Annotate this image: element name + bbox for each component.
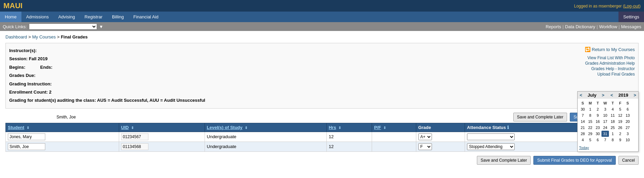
student-name-input[interactable] [8, 143, 45, 150]
table-area: Smith, Joe Save and Complete Later Submi… [5, 111, 639, 166]
grades-help-instructor-link[interactable]: Grades Help - Instructor [591, 66, 635, 71]
cal-day[interactable]: 1 [609, 131, 616, 137]
nav-financial-aid[interactable]: Financial Aid [129, 12, 163, 22]
cal-day[interactable]: 13 [624, 112, 631, 118]
quick-links-select[interactable] [29, 23, 97, 30]
col-pf-label[interactable]: P/F [374, 125, 381, 130]
cal-day[interactable]: 7 [579, 112, 586, 118]
cal-day[interactable]: 6 [624, 106, 631, 112]
cal-day[interactable]: 5 [586, 137, 594, 143]
cal-day[interactable]: 9 [616, 137, 624, 143]
cal-day[interactable]: 2 [616, 131, 624, 137]
cal-day[interactable]: 15 [586, 118, 594, 125]
cal-day[interactable]: 16 [594, 118, 601, 125]
cal-day[interactable]: 3 [601, 106, 609, 112]
cal-day[interactable]: 12 [616, 112, 624, 118]
col-hrs: Hrs ⇕ [326, 123, 372, 132]
col-uid-label[interactable]: UID [121, 125, 129, 130]
cal-day[interactable]: 26 [616, 125, 624, 131]
cal-day[interactable]: 10 [601, 112, 609, 118]
cal-next-month[interactable]: > [601, 93, 605, 98]
cal-day[interactable]: 19 [616, 118, 624, 125]
uid-input[interactable] [121, 143, 148, 150]
calendar-overlay: < July > < 2019 > S M T W T F S 30 1 2 3… [577, 91, 639, 152]
grade-select[interactable]: A+ AA- B+BB- C+CC- D+DD- F [418, 143, 432, 150]
cal-today-link[interactable]: Today [579, 146, 589, 150]
cal-day[interactable]: 11 [609, 112, 616, 118]
col-hrs-label[interactable]: Hrs [329, 125, 336, 130]
cal-day[interactable]: 29 [586, 131, 594, 137]
col-level-label[interactable]: Level(s) of Study [207, 125, 243, 130]
breadcrumb-my-courses[interactable]: My Courses [32, 34, 55, 39]
cal-day-today[interactable]: 31 [601, 131, 609, 137]
attendance-select[interactable]: Stopped Attending Never Attended [467, 133, 515, 140]
cancel-button[interactable]: Cancel [618, 156, 639, 165]
bottom-buttons: Save and Complete Later Submit Final Gra… [5, 155, 639, 166]
cal-day[interactable]: 9 [594, 112, 601, 118]
cal-day[interactable]: 22 [586, 125, 594, 131]
cal-day[interactable]: 25 [609, 125, 616, 131]
col-hrs-sort[interactable]: ⇕ [338, 126, 341, 130]
upload-final-grades-link[interactable]: Upload Final Grades [597, 72, 635, 77]
info-enrollment-count-row: Enrollment Count: 2 [9, 88, 205, 96]
cal-day[interactable]: 17 [601, 118, 609, 125]
cal-day[interactable]: 30 [579, 106, 586, 112]
calendar-grid: S M T W T F S 30 1 2 3 4 5 6 7 8 9 10 11… [578, 99, 638, 144]
nav-admissions[interactable]: Admissions [21, 12, 53, 22]
view-final-list-link[interactable]: View Final List With Photo [587, 55, 635, 60]
save-complete-later-top-button[interactable]: Save and Complete Later [513, 113, 567, 122]
attendance-select[interactable]: Stopped Attending Never Attended [467, 143, 515, 150]
nav-billing[interactable]: Billing [107, 12, 129, 22]
quick-links-dropdown-icon[interactable]: ▼ [99, 24, 103, 29]
cal-day[interactable]: 4 [579, 137, 586, 143]
nav-registrar[interactable]: Registrar [80, 12, 107, 22]
cal-day[interactable]: 5 [616, 106, 624, 112]
uid-input[interactable] [121, 133, 148, 140]
workflow-link[interactable]: Workflow [599, 24, 617, 29]
cal-prev-month[interactable]: < [579, 93, 583, 98]
cal-day[interactable]: 18 [609, 118, 616, 125]
col-level-sort[interactable]: ⇕ [245, 126, 247, 130]
cal-day[interactable]: 7 [601, 137, 609, 143]
grades-admin-help-link[interactable]: Grades Administration Help [585, 61, 635, 66]
col-student-sort[interactable]: ⇕ [27, 126, 29, 130]
breadcrumb-dashboard[interactable]: Dashboard [5, 34, 27, 39]
cal-day[interactable]: 21 [579, 125, 586, 131]
cal-day[interactable]: 10 [624, 137, 631, 143]
col-uid-sort[interactable]: ⇕ [131, 126, 134, 130]
save-complete-later-bottom-button[interactable]: Save and Complete Later [477, 156, 531, 165]
calendar-month: July [587, 93, 596, 98]
cal-day[interactable]: 3 [624, 131, 631, 137]
logout-link[interactable]: Log-out [624, 3, 639, 9]
cal-day[interactable]: 30 [594, 131, 601, 137]
cal-next-year[interactable]: > [633, 93, 637, 98]
hrs-value: 12 [329, 134, 334, 139]
cal-day[interactable]: 1 [586, 106, 594, 112]
cal-day[interactable]: 6 [594, 137, 601, 143]
student-name-cell [6, 132, 119, 142]
nav-home[interactable]: Home [0, 12, 21, 22]
cal-day[interactable]: 20 [624, 118, 631, 125]
grade-select[interactable]: A+ AA- B+BB- C+CC- D+DD- F [418, 133, 432, 140]
col-pf-sort[interactable]: ⇕ [383, 126, 386, 130]
messages-link[interactable]: Messages [621, 24, 641, 29]
cal-day[interactable]: 27 [624, 125, 631, 131]
settings-button[interactable]: Settings [618, 12, 644, 22]
cal-day[interactable]: 8 [609, 137, 616, 143]
cal-day[interactable]: 24 [601, 125, 609, 131]
return-to-courses-link[interactable]: 🔁 Return to My Courses [585, 47, 635, 52]
cal-prev-year[interactable]: < [610, 93, 614, 98]
cal-day[interactable]: 8 [586, 112, 594, 118]
col-student-label[interactable]: Student [8, 125, 24, 130]
reports-link[interactable]: Reports [546, 24, 561, 29]
cal-day[interactable]: 4 [609, 106, 616, 112]
cal-day[interactable]: 2 [594, 106, 601, 112]
nav-advising[interactable]: Advising [53, 12, 80, 22]
cal-day[interactable]: 14 [579, 118, 586, 125]
submit-deo-bottom-button[interactable]: Submit Final Grades to DEO for Approval [533, 156, 615, 165]
student-name-input[interactable] [8, 133, 45, 140]
data-dictionary-link[interactable]: Data Dictionary [565, 24, 595, 29]
cal-day[interactable]: 28 [579, 131, 586, 137]
col-attendance-info-icon[interactable]: ℹ [507, 125, 509, 130]
cal-day[interactable]: 23 [594, 125, 601, 131]
